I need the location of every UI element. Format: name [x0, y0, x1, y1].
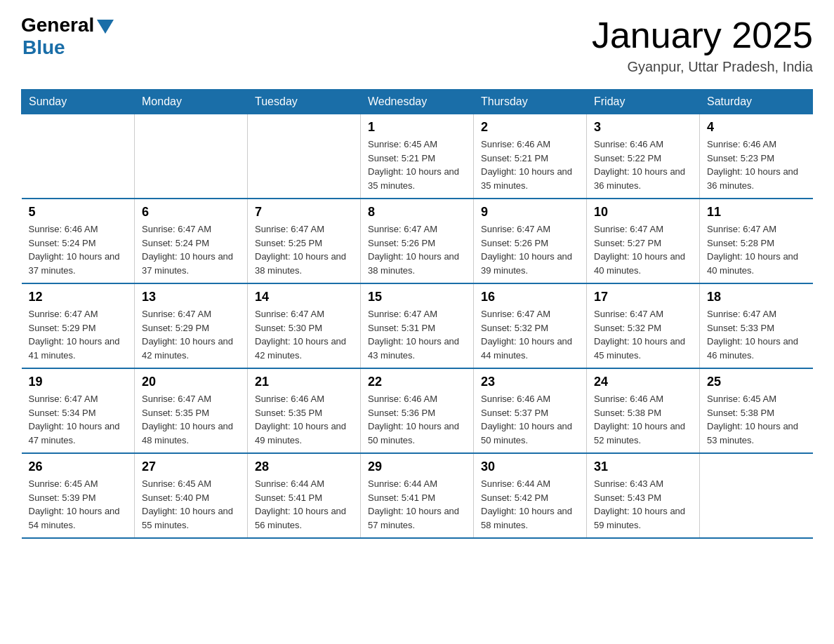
day-info: Sunrise: 6:44 AMSunset: 5:41 PMDaylight:… — [255, 477, 353, 532]
calendar-cell: 23Sunrise: 6:46 AMSunset: 5:37 PMDayligh… — [474, 368, 587, 453]
calendar-week-row: 26Sunrise: 6:45 AMSunset: 5:39 PMDayligh… — [22, 453, 813, 538]
calendar-cell: 11Sunrise: 6:47 AMSunset: 5:28 PMDayligh… — [700, 199, 813, 283]
day-number: 9 — [481, 205, 579, 220]
calendar-title: January 2025 — [592, 14, 813, 56]
calendar-cell: 2Sunrise: 6:46 AMSunset: 5:21 PMDaylight… — [474, 114, 587, 199]
day-number: 17 — [594, 290, 692, 304]
day-number: 7 — [255, 205, 353, 220]
calendar-cell — [22, 114, 135, 199]
calendar-cell: 4Sunrise: 6:46 AMSunset: 5:23 PMDaylight… — [700, 114, 813, 199]
calendar-cell: 24Sunrise: 6:46 AMSunset: 5:38 PMDayligh… — [587, 368, 700, 453]
day-number: 1 — [368, 120, 466, 135]
day-number: 10 — [594, 205, 692, 220]
day-of-week-header: Saturday — [700, 90, 813, 114]
calendar-cell: 28Sunrise: 6:44 AMSunset: 5:41 PMDayligh… — [248, 453, 361, 538]
day-info: Sunrise: 6:47 AMSunset: 5:30 PMDaylight:… — [255, 307, 353, 362]
day-info: Sunrise: 6:45 AMSunset: 5:21 PMDaylight:… — [368, 137, 466, 192]
calendar-cell: 9Sunrise: 6:47 AMSunset: 5:26 PMDaylight… — [474, 199, 587, 283]
day-of-week-header: Friday — [587, 90, 700, 114]
calendar-cell: 22Sunrise: 6:46 AMSunset: 5:36 PMDayligh… — [361, 368, 474, 453]
day-of-week-header: Monday — [135, 90, 248, 114]
day-info: Sunrise: 6:47 AMSunset: 5:28 PMDaylight:… — [707, 222, 806, 277]
calendar-cell: 20Sunrise: 6:47 AMSunset: 5:35 PMDayligh… — [135, 368, 248, 453]
calendar-cell: 7Sunrise: 6:47 AMSunset: 5:25 PMDaylight… — [248, 199, 361, 283]
day-info: Sunrise: 6:47 AMSunset: 5:34 PMDaylight:… — [29, 392, 128, 447]
logo-blue-text: Blue — [22, 36, 65, 59]
calendar-cell: 19Sunrise: 6:47 AMSunset: 5:34 PMDayligh… — [22, 368, 135, 453]
day-info: Sunrise: 6:46 AMSunset: 5:22 PMDaylight:… — [594, 137, 692, 192]
calendar-cell — [248, 114, 361, 199]
day-of-week-header: Tuesday — [248, 90, 361, 114]
day-info: Sunrise: 6:47 AMSunset: 5:35 PMDaylight:… — [142, 392, 240, 447]
day-number: 25 — [707, 375, 806, 389]
day-info: Sunrise: 6:47 AMSunset: 5:29 PMDaylight:… — [29, 307, 128, 362]
calendar-cell: 14Sunrise: 6:47 AMSunset: 5:30 PMDayligh… — [248, 283, 361, 368]
calendar-cell: 21Sunrise: 6:46 AMSunset: 5:35 PMDayligh… — [248, 368, 361, 453]
day-info: Sunrise: 6:45 AMSunset: 5:38 PMDaylight:… — [707, 392, 806, 447]
day-number: 13 — [142, 290, 240, 304]
calendar-week-row: 19Sunrise: 6:47 AMSunset: 5:34 PMDayligh… — [22, 368, 813, 453]
day-number: 16 — [481, 290, 579, 304]
calendar-cell — [700, 453, 813, 538]
logo-general-text: General — [21, 14, 94, 36]
day-number: 30 — [481, 459, 579, 474]
day-of-week-header: Wednesday — [361, 90, 474, 114]
day-number: 3 — [594, 120, 692, 135]
day-number: 31 — [594, 459, 692, 474]
day-number: 11 — [707, 205, 806, 220]
calendar-cell: 13Sunrise: 6:47 AMSunset: 5:29 PMDayligh… — [135, 283, 248, 368]
day-info: Sunrise: 6:47 AMSunset: 5:27 PMDaylight:… — [594, 222, 692, 277]
day-info: Sunrise: 6:46 AMSunset: 5:23 PMDaylight:… — [707, 137, 806, 192]
day-info: Sunrise: 6:47 AMSunset: 5:32 PMDaylight:… — [594, 307, 692, 362]
day-number: 8 — [368, 205, 466, 220]
calendar-cell: 8Sunrise: 6:47 AMSunset: 5:26 PMDaylight… — [361, 199, 474, 283]
day-number: 4 — [707, 120, 806, 135]
calendar-cell: 3Sunrise: 6:46 AMSunset: 5:22 PMDaylight… — [587, 114, 700, 199]
calendar-body: 1Sunrise: 6:45 AMSunset: 5:21 PMDaylight… — [22, 114, 813, 539]
day-info: Sunrise: 6:46 AMSunset: 5:35 PMDaylight:… — [255, 392, 353, 447]
day-number: 5 — [29, 205, 128, 220]
day-number: 18 — [707, 290, 806, 304]
calendar-cell: 27Sunrise: 6:45 AMSunset: 5:40 PMDayligh… — [135, 453, 248, 538]
day-number: 27 — [142, 459, 240, 474]
day-number: 12 — [29, 290, 128, 304]
day-number: 24 — [594, 375, 692, 389]
calendar-cell: 5Sunrise: 6:46 AMSunset: 5:24 PMDaylight… — [22, 199, 135, 283]
day-info: Sunrise: 6:47 AMSunset: 5:26 PMDaylight:… — [368, 222, 466, 277]
calendar-cell: 16Sunrise: 6:47 AMSunset: 5:32 PMDayligh… — [474, 283, 587, 368]
calendar-cell: 18Sunrise: 6:47 AMSunset: 5:33 PMDayligh… — [700, 283, 813, 368]
day-info: Sunrise: 6:43 AMSunset: 5:43 PMDaylight:… — [594, 477, 692, 532]
day-info: Sunrise: 6:47 AMSunset: 5:29 PMDaylight:… — [142, 307, 240, 362]
day-info: Sunrise: 6:44 AMSunset: 5:41 PMDaylight:… — [368, 477, 466, 532]
day-info: Sunrise: 6:45 AMSunset: 5:39 PMDaylight:… — [29, 477, 128, 532]
day-of-week-header: Sunday — [22, 90, 135, 114]
day-info: Sunrise: 6:47 AMSunset: 5:31 PMDaylight:… — [368, 307, 466, 362]
calendar-week-row: 12Sunrise: 6:47 AMSunset: 5:29 PMDayligh… — [22, 283, 813, 368]
day-number: 21 — [255, 375, 353, 389]
day-number: 2 — [481, 120, 579, 135]
calendar-title-section: January 2025 Gyanpur, Uttar Pradesh, Ind… — [592, 14, 813, 75]
calendar-cell: 1Sunrise: 6:45 AMSunset: 5:21 PMDaylight… — [361, 114, 474, 199]
calendar-cell: 12Sunrise: 6:47 AMSunset: 5:29 PMDayligh… — [22, 283, 135, 368]
logo-triangle-icon — [97, 20, 114, 34]
calendar-table: SundayMondayTuesdayWednesdayThursdayFrid… — [21, 89, 813, 539]
day-info: Sunrise: 6:47 AMSunset: 5:25 PMDaylight:… — [255, 222, 353, 277]
day-number: 6 — [142, 205, 240, 220]
logo: General Blue — [21, 14, 114, 59]
day-number: 14 — [255, 290, 353, 304]
day-info: Sunrise: 6:44 AMSunset: 5:42 PMDaylight:… — [481, 477, 579, 532]
day-of-week-header: Thursday — [474, 90, 587, 114]
day-info: Sunrise: 6:46 AMSunset: 5:24 PMDaylight:… — [29, 222, 128, 277]
calendar-cell: 29Sunrise: 6:44 AMSunset: 5:41 PMDayligh… — [361, 453, 474, 538]
calendar-cell: 26Sunrise: 6:45 AMSunset: 5:39 PMDayligh… — [22, 453, 135, 538]
day-info: Sunrise: 6:46 AMSunset: 5:38 PMDaylight:… — [594, 392, 692, 447]
calendar-week-row: 1Sunrise: 6:45 AMSunset: 5:21 PMDaylight… — [22, 114, 813, 199]
calendar-header: SundayMondayTuesdayWednesdayThursdayFrid… — [22, 90, 813, 114]
calendar-cell: 15Sunrise: 6:47 AMSunset: 5:31 PMDayligh… — [361, 283, 474, 368]
calendar-cell: 25Sunrise: 6:45 AMSunset: 5:38 PMDayligh… — [700, 368, 813, 453]
day-number: 19 — [29, 375, 128, 389]
calendar-subtitle: Gyanpur, Uttar Pradesh, India — [592, 59, 813, 75]
day-info: Sunrise: 6:47 AMSunset: 5:33 PMDaylight:… — [707, 307, 806, 362]
calendar-cell — [135, 114, 248, 199]
day-number: 26 — [29, 459, 128, 474]
